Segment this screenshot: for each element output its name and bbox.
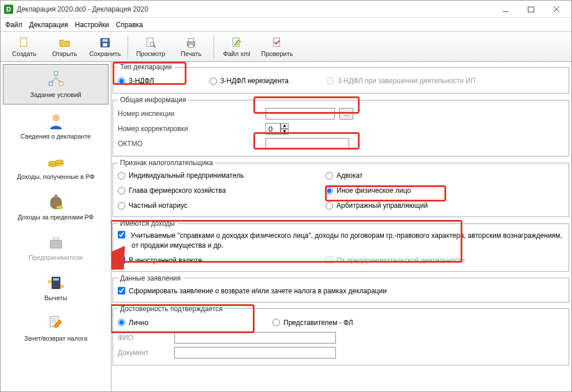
radio-ip[interactable]: Индивидуальный предприниматель — [118, 169, 326, 182]
svg-line-21 — [51, 79, 56, 82]
check-label: Проверить — [261, 50, 293, 57]
create-button[interactable]: Создать — [4, 33, 44, 61]
spin-down[interactable]: ▼ — [281, 129, 289, 135]
radio-label: 3-НДФЛ — [129, 77, 154, 85]
sidebar-item-offset[interactable]: Зачет/возврат налога — [1, 308, 111, 348]
group-taxpayer: Признак налогоплательщика Индивидуальный… — [113, 159, 569, 217]
sidebar-item-income-rf[interactable]: Доходы, полученные в РФ — [1, 146, 111, 186]
menu-file[interactable]: Файл — [5, 21, 23, 29]
correction-label: Номер корректировки — [118, 125, 222, 133]
xml-button[interactable]: Файл xml — [216, 33, 257, 61]
sidebar-label: Задание условий — [30, 91, 81, 98]
svg-rect-16 — [274, 38, 280, 46]
open-button[interactable]: Открыть — [44, 33, 85, 61]
oktmo-field[interactable] — [266, 138, 349, 150]
toolbar-separator — [214, 35, 214, 58]
svg-rect-14 — [189, 44, 193, 47]
radio-label: 3-НДФЛ нерезидента — [220, 77, 289, 85]
svg-point-23 — [53, 114, 59, 121]
correction-value[interactable] — [266, 123, 281, 135]
group-has-income: Имеются доходы Учитываемые "справками о … — [113, 219, 569, 272]
inspection-field[interactable] — [266, 108, 335, 120]
radio-3ndfl-nonresident[interactable]: 3-НДФЛ нерезидента — [210, 74, 289, 87]
open-label: Открыть — [52, 50, 77, 57]
svg-rect-8 — [103, 43, 107, 46]
fio-label: ФИО — [118, 334, 170, 342]
check-foreign-currency[interactable]: В иностранной валюте — [118, 254, 326, 267]
toolbar: Создать Открыть Сохранить Просмотр Печат… — [1, 32, 571, 62]
group-confirm: Достоверность подтверждается Лично Предс… — [113, 305, 569, 365]
sidebar-item-deductions[interactable]: Вычеты — [1, 267, 111, 308]
radio-label: Представителем - ФЛ — [283, 319, 353, 327]
coins-icon — [47, 152, 65, 171]
radio-advocate[interactable]: Адвокат — [326, 169, 564, 182]
radio-farmer[interactable]: Глава фермерского хозяйства — [118, 184, 326, 197]
group-legend: Признак налогоплательщика — [118, 159, 215, 167]
oktmo-label: ОКТМО — [118, 140, 222, 148]
preview-label: Просмотр — [136, 50, 165, 57]
svg-rect-7 — [102, 39, 107, 42]
group-legend: Общая информация — [118, 96, 188, 104]
create-label: Создать — [12, 50, 36, 57]
save-button[interactable]: Сохранить — [85, 33, 125, 61]
svg-line-11 — [154, 46, 156, 47]
check-business-income[interactable]: От предпринимательской деятельности — [326, 254, 564, 267]
preview-icon — [144, 36, 157, 49]
radio-label: 3-НДФЛ при завершении деятельности ИП — [338, 77, 476, 85]
doc-field[interactable] — [174, 347, 336, 359]
check-button[interactable]: Проверить — [257, 33, 297, 61]
check-spravki-income[interactable]: Учитываемые "справками о доходах физичес… — [118, 230, 564, 252]
svg-point-28 — [56, 206, 63, 209]
correction-spinner[interactable]: ▲ ▼ — [266, 123, 289, 135]
toolbar-separator — [128, 35, 128, 58]
check-label: От предпринимательской деятельности — [337, 256, 465, 264]
sidebar-item-entrepreneurs[interactable]: Предприниматели — [1, 227, 111, 267]
fio-field[interactable] — [174, 332, 336, 344]
group-legend: Достоверность подтверждается — [118, 305, 225, 313]
print-button[interactable]: Печать — [171, 33, 211, 61]
check-generate-statement[interactable]: Сформировать заявление о возврате и/или … — [118, 285, 564, 297]
sidebar-item-conditions[interactable]: Задание условий — [3, 64, 109, 104]
radio-other-person[interactable]: Иное физическое лицо — [326, 184, 564, 197]
group-declaration-type: Тип декларации 3-НДФЛ 3-НДФЛ нерезидента… — [113, 63, 569, 94]
maximize-button[interactable] — [518, 1, 544, 17]
svg-rect-19 — [59, 82, 63, 85]
close-button[interactable] — [544, 1, 569, 17]
check-icon — [271, 36, 283, 49]
group-statement: Данные заявления Сформировать заявление … — [113, 274, 569, 303]
check-label: Сформировать заявление о возврате и/или … — [129, 287, 387, 295]
print-icon — [185, 36, 197, 49]
preview-button[interactable]: Просмотр — [130, 33, 171, 61]
spin-up[interactable]: ▲ — [281, 123, 289, 129]
radio-label: Частный нотариус — [129, 201, 188, 210]
radio-self[interactable]: Лично — [118, 316, 268, 329]
svg-rect-17 — [54, 72, 58, 75]
minimize-button[interactable] — [493, 1, 518, 17]
svg-rect-18 — [49, 82, 53, 85]
radio-arbitr[interactable]: Арбитражный управляющий — [326, 199, 564, 212]
radio-notary[interactable]: Частный нотариус — [118, 199, 326, 212]
radio-3ndfl-closed-ip[interactable]: 3-НДФЛ при завершении деятельности ИП — [327, 74, 476, 87]
xml-label: Файл xml — [223, 50, 250, 57]
money-bag-icon — [47, 193, 65, 211]
radio-label: Лично — [129, 319, 148, 327]
doc-label: Документ — [118, 349, 170, 357]
radio-label: Глава фермерского хозяйства — [129, 186, 226, 195]
radio-label: Иное физическое лицо — [337, 186, 411, 195]
radio-representative-fl[interactable]: Представителем - ФЛ — [272, 316, 353, 329]
menu-settings[interactable]: Настройки — [75, 21, 109, 29]
check-label: В иностранной валюте — [129, 256, 202, 264]
sidebar-item-declarant[interactable]: Сведения о декларанте — [1, 106, 111, 146]
conditions-icon — [47, 70, 65, 89]
group-legend: Имеются доходы — [118, 219, 177, 227]
inspection-lookup-button[interactable]: ... — [339, 108, 353, 120]
save-icon — [99, 36, 111, 49]
svg-rect-29 — [50, 240, 62, 248]
svg-rect-13 — [188, 38, 193, 42]
check-label: Учитываемые "справками о доходах физичес… — [130, 232, 562, 249]
menu-help[interactable]: Справка — [116, 21, 143, 29]
sidebar-item-income-abroad[interactable]: Доходы за пределами РФ — [1, 186, 111, 227]
menu-declaration[interactable]: Декларация — [29, 21, 68, 29]
document-pencil-icon — [47, 314, 65, 333]
radio-3ndfl[interactable]: 3-НДФЛ — [118, 74, 154, 87]
